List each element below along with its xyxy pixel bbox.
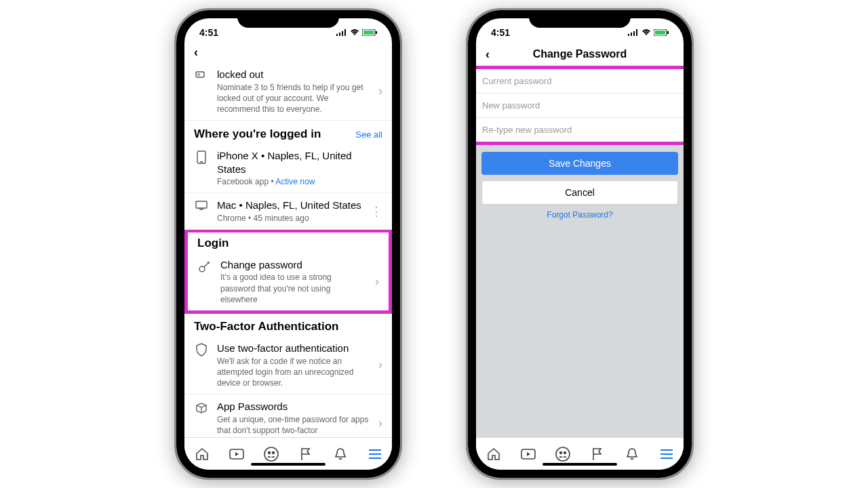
desktop-device-icon: [194, 199, 209, 211]
status-icons: [628, 29, 669, 36]
notch: [237, 10, 339, 28]
settings-scroll[interactable]: locked out Nominate 3 to 5 friends to he…: [184, 62, 392, 437]
svg-rect-10: [196, 201, 207, 208]
friends-icon: [194, 68, 209, 80]
battery-icon: [654, 29, 669, 36]
svg-rect-5: [363, 30, 374, 35]
locked-out-title: locked out: [217, 68, 370, 81]
phone-frame-left: 4:51 ‹ locked out Nominate 3 to 5 friend…: [176, 10, 400, 478]
svg-rect-6: [376, 31, 377, 34]
svg-rect-11: [199, 209, 203, 210]
forgot-password-link[interactable]: Forgot Password?: [481, 210, 678, 220]
cancel-button[interactable]: Cancel: [481, 180, 678, 205]
section-login: Login: [188, 232, 389, 253]
session2-title: Mac • Naples, FL, United States: [217, 199, 362, 212]
chevron-right-icon: ›: [378, 416, 382, 430]
svg-rect-1: [339, 33, 340, 36]
retype-password-input[interactable]: Re-type new password: [476, 118, 684, 142]
change-password-sub: It's a good idea to use a strong passwor…: [220, 272, 367, 305]
nav-bar: ‹ Change Password: [476, 43, 684, 66]
svg-point-12: [199, 266, 205, 272]
chevron-right-icon: ›: [378, 84, 382, 98]
use-2fa-row[interactable]: Use two-factor authentication We'll ask …: [184, 336, 392, 394]
change-password-form: Current password New password Re-type ne…: [476, 66, 684, 437]
change-password-row[interactable]: Change password It's a good idea to use …: [188, 253, 389, 310]
signal-icon: [336, 29, 347, 36]
back-button[interactable]: ‹: [486, 47, 490, 62]
save-changes-button[interactable]: Save Changes: [481, 152, 678, 175]
section-title-login: Login: [197, 237, 229, 250]
section-where-logged-in: Where you're logged in See all: [184, 121, 392, 144]
change-password-title: Change password: [220, 258, 367, 272]
svg-point-15: [264, 447, 278, 461]
tab-notifications[interactable]: [332, 446, 349, 462]
use-2fa-sub: We'll ask for a code if we notice an att…: [217, 356, 370, 389]
notch: [529, 10, 631, 28]
more-dots-icon[interactable]: ⋮: [370, 204, 382, 219]
svg-point-26: [556, 447, 570, 461]
tab-watch[interactable]: [229, 446, 245, 462]
svg-rect-20: [633, 31, 635, 36]
battery-icon: [362, 29, 377, 36]
phone-device-icon: [194, 149, 209, 164]
tab-home[interactable]: [486, 446, 502, 462]
status-time: 4:51: [199, 27, 218, 38]
svg-rect-2: [342, 31, 343, 36]
session-row-iphone[interactable]: iPhone X • Naples, FL, United States Fac…: [184, 144, 392, 193]
signal-icon: [628, 29, 639, 36]
status-time: 4:51: [491, 27, 510, 38]
key-icon: [197, 258, 212, 273]
tab-groups[interactable]: [263, 446, 279, 462]
screen-left: 4:51 ‹ locked out Nominate 3 to 5 friend…: [184, 18, 392, 470]
wifi-icon: [350, 29, 359, 36]
session1-sub: Facebook app • Active now: [217, 176, 382, 187]
box-icon: [194, 400, 209, 415]
tab-menu[interactable]: [658, 446, 675, 462]
tab-watch[interactable]: [520, 446, 536, 462]
section-title-where: Where you're logged in: [194, 127, 321, 141]
shield-icon: [194, 342, 209, 357]
home-indicator[interactable]: [251, 463, 326, 466]
locked-out-row[interactable]: locked out Nominate 3 to 5 friends to he…: [184, 62, 392, 121]
current-password-input[interactable]: Current password: [476, 69, 684, 94]
tab-groups[interactable]: [555, 446, 571, 462]
status-icons: [336, 29, 377, 36]
svg-point-27: [559, 451, 561, 453]
tab-home[interactable]: [194, 446, 210, 462]
app-passwords-row[interactable]: App Passwords Get a unique, one-time pas…: [184, 394, 392, 437]
password-inputs-highlight: Current password New password Re-type ne…: [476, 66, 684, 145]
use-2fa-title: Use two-factor authentication: [217, 342, 370, 355]
app-passwords-title: App Passwords: [217, 400, 370, 413]
chevron-right-icon: ›: [375, 274, 379, 289]
svg-rect-19: [631, 33, 632, 36]
svg-rect-23: [655, 30, 665, 35]
empty-space: [476, 220, 684, 437]
tab-notifications[interactable]: [624, 446, 640, 462]
tab-flag[interactable]: [298, 446, 314, 462]
new-password-input[interactable]: New password: [476, 94, 684, 118]
section-title-2fa: Two-Factor Authentication: [194, 320, 338, 333]
page-title: Change Password: [533, 48, 627, 60]
tab-flag[interactable]: [589, 446, 606, 462]
wifi-icon: [642, 29, 651, 36]
svg-rect-0: [336, 34, 338, 36]
login-highlight-box: Login Change password It's a good idea t…: [184, 229, 392, 314]
see-all-link[interactable]: See all: [355, 129, 382, 140]
locked-out-sub: Nominate 3 to 5 friends to help if you g…: [217, 82, 370, 115]
session1-title: iPhone X • Naples, FL, United States: [217, 149, 382, 176]
svg-rect-24: [667, 31, 669, 34]
svg-rect-18: [628, 34, 629, 36]
svg-rect-9: [200, 161, 203, 163]
svg-rect-7: [196, 72, 204, 77]
home-indicator[interactable]: [542, 463, 617, 466]
back-button[interactable]: ‹: [184, 43, 392, 62]
svg-point-16: [267, 451, 270, 453]
app-passwords-sub: Get a unique, one-time password for apps…: [217, 414, 370, 437]
session2-sub: Chrome • 45 minutes ago: [217, 213, 362, 224]
screen-right: 4:51 ‹ Change Password Current password …: [476, 18, 684, 470]
tab-menu[interactable]: [367, 446, 383, 462]
chevron-right-icon: ›: [378, 358, 382, 372]
svg-point-17: [271, 451, 274, 453]
phone-frame-right: 4:51 ‹ Change Password Current password …: [468, 10, 692, 478]
session-row-mac[interactable]: Mac • Naples, FL, United States Chrome •…: [184, 193, 392, 230]
